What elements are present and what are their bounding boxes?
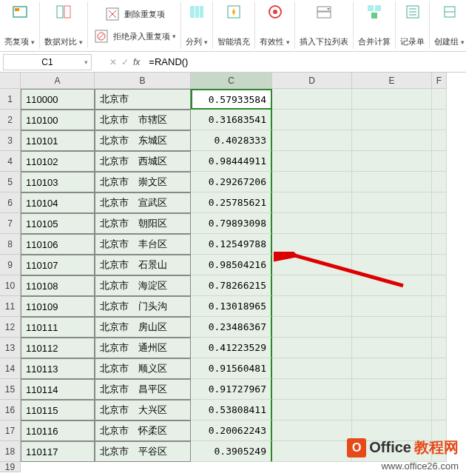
cell[interactable]: 北京市 西城区 — [95, 151, 191, 172]
cell[interactable]: 北京市 东城区 — [95, 130, 191, 151]
cell[interactable] — [432, 400, 447, 420]
name-box[interactable]: C1 — [3, 54, 92, 70]
cell[interactable]: 0.57933584 — [191, 89, 272, 110]
cell[interactable] — [432, 130, 447, 151]
cell[interactable] — [432, 317, 447, 338]
cell[interactable]: 110103 — [21, 172, 95, 192]
cell[interactable] — [272, 379, 352, 400]
cell[interactable]: 北京市 市辖区 — [95, 110, 191, 130]
confirm-icon[interactable]: ✓ — [121, 57, 129, 67]
cell[interactable] — [272, 234, 352, 255]
create-group-group[interactable]: 创建组 — [430, 1, 466, 49]
data-compare-group[interactable]: 数据对比 — [40, 1, 88, 49]
row-header[interactable]: 13 — [0, 338, 21, 358]
cell[interactable]: 110112 — [21, 338, 95, 358]
cell[interactable]: 0.41223529 — [191, 338, 272, 358]
cell[interactable] — [432, 213, 447, 234]
remove-duplicates-label[interactable]: 删除重复项 — [124, 9, 165, 20]
cell[interactable]: 0.25785621 — [191, 192, 272, 213]
flash-fill-group[interactable]: 智能填充 — [213, 1, 255, 49]
cell[interactable]: 110116 — [21, 420, 95, 441]
cell[interactable]: 0.91560481 — [191, 358, 272, 379]
cell[interactable] — [432, 151, 447, 172]
cell[interactable]: 110117 — [21, 441, 95, 462]
cell[interactable] — [432, 255, 447, 275]
cell[interactable] — [352, 358, 432, 379]
cell[interactable]: 0.78266215 — [191, 275, 272, 296]
cell[interactable] — [352, 130, 432, 151]
cell[interactable]: 0.98504216 — [191, 255, 272, 275]
cell[interactable]: 110113 — [21, 358, 95, 379]
row-header[interactable]: 3 — [0, 130, 21, 151]
cell[interactable]: 110106 — [21, 234, 95, 255]
col-header-e[interactable]: E — [352, 73, 432, 89]
block-duplicates-icon[interactable] — [92, 27, 110, 45]
cell[interactable] — [352, 296, 432, 317]
formula-input[interactable] — [144, 55, 292, 69]
validation-group[interactable]: 有效性 — [255, 1, 295, 49]
row-header[interactable]: 17 — [0, 420, 21, 441]
cell[interactable] — [272, 130, 352, 151]
cell[interactable]: 北京市 通州区 — [95, 338, 191, 358]
cell[interactable] — [352, 255, 432, 275]
row-header[interactable]: 4 — [0, 151, 21, 172]
cell[interactable] — [432, 275, 447, 296]
cell[interactable]: 北京市 — [95, 89, 191, 110]
cell[interactable]: 北京市 石景山 — [95, 255, 191, 275]
cell[interactable]: 北京市 大兴区 — [95, 400, 191, 420]
cell[interactable]: 0.12549788 — [191, 234, 272, 255]
cell[interactable]: 北京市 顺义区 — [95, 358, 191, 379]
cell[interactable] — [272, 255, 352, 275]
row-header[interactable]: 18 — [0, 441, 21, 462]
cell[interactable] — [272, 275, 352, 296]
fx-button[interactable]: fx — [133, 57, 140, 67]
cell[interactable]: 北京市 丰台区 — [95, 234, 191, 255]
cell[interactable] — [352, 110, 432, 130]
cell[interactable]: 0.13018965 — [191, 296, 272, 317]
cell[interactable]: 0.3905249 — [191, 441, 272, 462]
highlight-duplicates-group[interactable]: 亮复项 — [0, 1, 40, 49]
cell[interactable]: 0.91727967 — [191, 379, 272, 400]
cell[interactable] — [272, 400, 352, 420]
cell[interactable] — [352, 172, 432, 192]
cell[interactable] — [432, 234, 447, 255]
cell[interactable]: 北京市 平谷区 — [95, 441, 191, 462]
cell[interactable]: 0.98444911 — [191, 151, 272, 172]
row-header[interactable]: 7 — [0, 213, 21, 234]
row-header[interactable]: 2 — [0, 110, 21, 130]
text-to-cols-group[interactable]: 分列 — [181, 1, 213, 49]
cell[interactable]: 0.4028333 — [191, 130, 272, 151]
cell[interactable] — [432, 379, 447, 400]
cell[interactable] — [352, 317, 432, 338]
col-header-a[interactable]: A — [21, 73, 95, 89]
cell[interactable]: 0.53808411 — [191, 400, 272, 420]
cell[interactable]: 北京市 崇文区 — [95, 172, 191, 192]
cell[interactable]: 0.29267206 — [191, 172, 272, 192]
cell[interactable] — [272, 89, 352, 110]
cell[interactable] — [432, 296, 447, 317]
cell[interactable]: 0.23486367 — [191, 317, 272, 338]
cell[interactable] — [272, 172, 352, 192]
cell[interactable]: 0.31683541 — [191, 110, 272, 130]
col-header-b[interactable]: B — [95, 73, 191, 89]
cell[interactable] — [272, 420, 352, 441]
cell[interactable]: 北京市 房山区 — [95, 317, 191, 338]
cell[interactable] — [352, 338, 432, 358]
row-header[interactable]: 15 — [0, 379, 21, 400]
cell[interactable] — [352, 234, 432, 255]
cell[interactable] — [352, 400, 432, 420]
cell[interactable] — [352, 213, 432, 234]
cell[interactable] — [352, 275, 432, 296]
row-header[interactable]: 11 — [0, 296, 21, 317]
cell[interactable]: 110000 — [21, 89, 95, 110]
cell[interactable]: 110115 — [21, 400, 95, 420]
row-header[interactable]: 14 — [0, 358, 21, 379]
row-header[interactable]: 16 — [0, 400, 21, 420]
cell[interactable]: 110100 — [21, 110, 95, 130]
record-form-group[interactable]: 记录单 — [396, 1, 430, 49]
cell[interactable] — [352, 89, 432, 110]
row-header[interactable]: 19 — [0, 462, 21, 472]
cell[interactable] — [432, 110, 447, 130]
cell[interactable]: 0.79893098 — [191, 213, 272, 234]
cell[interactable] — [272, 151, 352, 172]
